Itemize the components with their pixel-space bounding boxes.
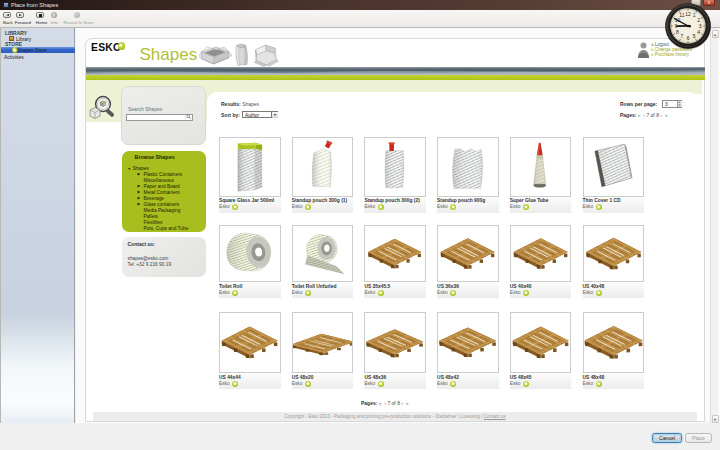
svg-text:8: 8 (676, 30, 679, 35)
svg-text:4: 4 (697, 30, 700, 35)
svg-text:3: 3 (699, 24, 702, 29)
svg-text:12: 12 (685, 12, 691, 17)
svg-text:2: 2 (697, 18, 700, 23)
svg-text:5: 5 (693, 34, 696, 39)
svg-text:11: 11 (679, 13, 684, 18)
svg-text:7: 7 (681, 34, 684, 39)
svg-text:1: 1 (693, 13, 696, 18)
svg-text:6: 6 (687, 36, 690, 41)
